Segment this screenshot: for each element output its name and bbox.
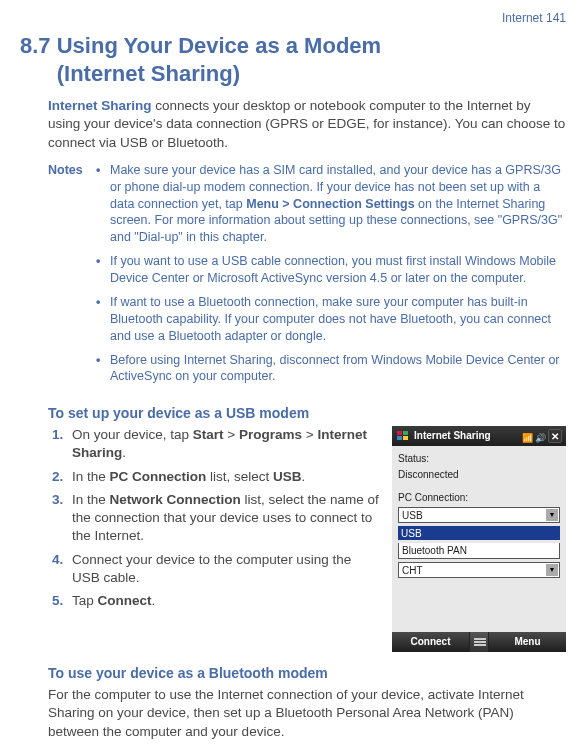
page-title: 8.7 Using Your Device as a Modem 8.7 (In… — [20, 32, 566, 87]
notes-item: •Before using Internet Sharing, disconne… — [96, 352, 566, 386]
intro-term: Internet Sharing — [48, 98, 152, 113]
screenshot-softkeys: Connect Menu — [392, 632, 566, 652]
windows-start-icon[interactable] — [396, 430, 410, 442]
device-screenshot: Internet Sharing ✕ Status: Disconnected … — [392, 426, 566, 652]
breadcrumb-chapter: Internet — [502, 11, 543, 25]
step-text: Connect your device to the computer usin… — [72, 551, 382, 587]
signal-icon — [522, 431, 532, 441]
heading-title: Using Your Device as a Modem — [57, 33, 381, 58]
step-number: 5. — [52, 592, 72, 610]
keyboard-icon[interactable] — [469, 632, 489, 652]
step-number: 4. — [52, 551, 72, 587]
step-number: 2. — [52, 468, 72, 486]
notes-item: •Make sure your device has a SIM card in… — [96, 162, 566, 246]
menu-softkey[interactable]: Menu — [489, 632, 566, 652]
step-item: 4.Connect your device to the computer us… — [48, 551, 382, 587]
step-number: 1. — [52, 426, 72, 462]
bullet-icon: • — [96, 253, 110, 287]
screenshot-title: Internet Sharing — [414, 429, 518, 443]
step-number: 3. — [52, 491, 72, 546]
heading-subtitle: (Internet Sharing) — [57, 61, 240, 86]
bluetooth-section-heading: To use your device as a Bluetooth modem — [48, 664, 566, 683]
pc-connection-option-usb[interactable]: USB — [398, 526, 560, 540]
notes-block: Notes •Make sure your device has a SIM c… — [48, 162, 566, 393]
notes-text: If you want to use a USB cable connectio… — [110, 253, 566, 287]
screenshot-titlebar: Internet Sharing ✕ — [392, 426, 566, 446]
step-text: On your device, tap Start > Programs > I… — [72, 426, 382, 462]
bluetooth-section-text: For the computer to use the Internet con… — [48, 686, 566, 741]
notes-text: Before using Internet Sharing, disconnec… — [110, 352, 566, 386]
bullet-icon: • — [96, 352, 110, 386]
pc-connection-dropdown[interactable]: USB — [398, 507, 560, 523]
notes-text: Make sure your device has a SIM card ins… — [110, 162, 566, 246]
heading-number: 8.7 — [20, 33, 51, 58]
close-icon[interactable]: ✕ — [548, 429, 562, 443]
step-text: In the Network Connection list, select t… — [72, 491, 382, 546]
step-item: 5.Tap Connect. — [48, 592, 382, 610]
intro-paragraph: Internet Sharing connects your desktop o… — [48, 97, 566, 152]
notes-item: •If you want to use a USB cable connecti… — [96, 253, 566, 287]
breadcrumb: Internet 141 — [20, 10, 566, 26]
pc-connection-label: PC Connection: — [398, 491, 560, 505]
connect-softkey[interactable]: Connect — [392, 632, 469, 652]
status-label: Status: — [398, 452, 560, 466]
bullet-icon: • — [96, 162, 110, 246]
pc-connection-option-bluetooth[interactable]: Bluetooth PAN — [398, 543, 560, 560]
step-item: 1.On your device, tap Start > Programs >… — [48, 426, 382, 462]
step-item: 3.In the Network Connection list, select… — [48, 491, 382, 546]
notes-text: If want to use a Bluetooth connection, m… — [110, 294, 566, 345]
speaker-icon — [535, 431, 545, 441]
usb-section-heading: To set up your device as a USB modem — [48, 404, 566, 423]
bullet-icon: • — [96, 294, 110, 345]
step-text: Tap Connect. — [72, 592, 382, 610]
notes-label: Notes — [48, 162, 96, 179]
notes-item: •If want to use a Bluetooth connection, … — [96, 294, 566, 345]
status-value: Disconnected — [398, 468, 560, 482]
step-item: 2.In the PC Connection list, select USB. — [48, 468, 382, 486]
breadcrumb-page: 141 — [546, 11, 566, 25]
network-connection-dropdown[interactable]: CHT — [398, 562, 560, 578]
screenshot-body: Status: Disconnected PC Connection: USB … — [392, 446, 566, 632]
step-text: In the PC Connection list, select USB. — [72, 468, 382, 486]
